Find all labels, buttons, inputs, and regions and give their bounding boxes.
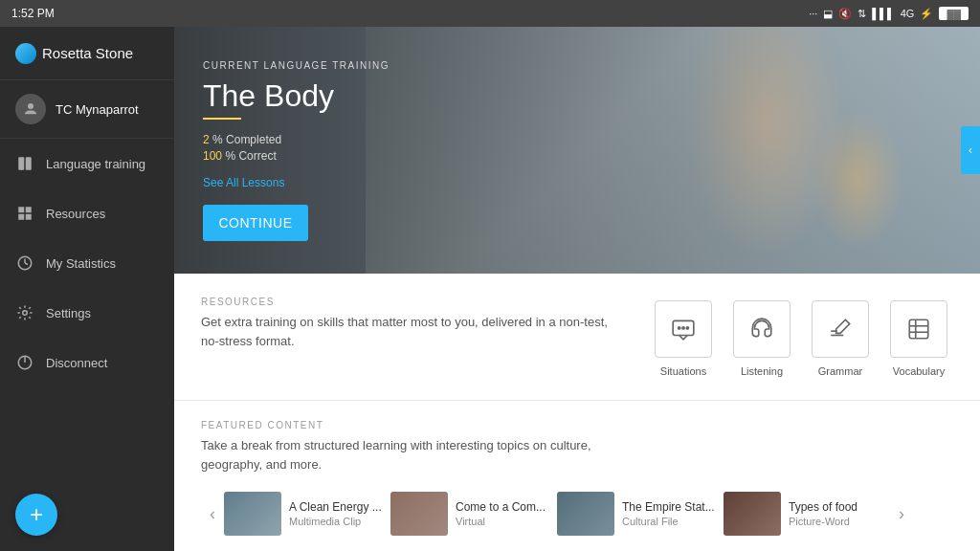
add-icon: +: [30, 501, 43, 528]
empire-state-thumbnail: [557, 492, 614, 536]
clean-energy-type: Multimedia Clip: [289, 516, 387, 527]
logo-icon: [15, 43, 36, 64]
status-bar: 1:52 PM ··· ⬓ 🔇 ⇅ ▌▌▌ 4G ⚡ ▓▓: [0, 0, 980, 27]
sidebar-label-my-statistics: My Statistics: [46, 256, 116, 271]
svg-point-0: [28, 103, 33, 109]
resources-description: Get extra training on skills that matter…: [201, 313, 612, 350]
grammar-icon-box: [812, 300, 869, 358]
featured-section-label: FEATURED CONTENT: [201, 420, 953, 430]
hero-section: CURRENT LANGUAGE TRAINING The Body 2 % C…: [174, 27, 980, 274]
featured-description: Take a break from structured learning wi…: [201, 436, 612, 474]
svg-point-8: [23, 311, 28, 316]
sidebar-item-my-statistics[interactable]: My Statistics: [0, 238, 174, 288]
continue-button[interactable]: Continue: [203, 205, 308, 241]
add-button[interactable]: +: [15, 494, 57, 536]
svg-rect-4: [26, 207, 32, 212]
sidebar-label-settings: Settings: [46, 306, 91, 320]
grid-icon: [15, 204, 34, 223]
collapse-panel-tab[interactable]: ‹: [961, 126, 980, 174]
featured-card-types-food[interactable]: Types of food Picture-Word: [724, 492, 886, 536]
lightning-icon: ⚡: [920, 8, 933, 20]
clean-energy-thumbnail: [224, 492, 281, 536]
sidebar: Rosetta Stone TC Mynaparrot Language tra…: [0, 27, 174, 551]
sidebar-item-disconnect[interactable]: Disconnect: [0, 338, 174, 387]
come-to-com-thumbnail: [390, 492, 448, 536]
correct-label: % Correct: [225, 149, 276, 163]
power-icon: [15, 353, 34, 372]
clean-energy-title: A Clean Energy ...: [289, 500, 387, 516]
situations-icon-box: [655, 300, 712, 358]
resource-card-vocabulary[interactable]: Vocabulary: [884, 300, 953, 377]
featured-next-button[interactable]: ›: [890, 485, 913, 542]
svg-rect-2: [26, 157, 32, 170]
featured-card-empire-state[interactable]: The Empire Stat... Cultural File: [557, 492, 720, 536]
come-to-com-info: Come to a Com... Virtual: [456, 500, 553, 527]
sidebar-item-resources[interactable]: Resources: [0, 188, 174, 238]
hero-title: The Body: [203, 78, 390, 114]
vocabulary-label: Vocabulary: [893, 365, 945, 377]
correct-stat: 100 % Correct: [203, 149, 390, 163]
logo-text: Rosetta Stone: [42, 45, 133, 61]
svg-rect-3: [18, 207, 24, 212]
situations-label: Situations: [660, 365, 706, 377]
app-container: Rosetta Stone TC Mynaparrot Language tra…: [0, 27, 980, 551]
resource-card-listening[interactable]: Listening: [727, 300, 796, 377]
svg-point-13: [682, 327, 684, 329]
featured-card-clean-energy[interactable]: A Clean Energy ... Multimedia Clip: [224, 492, 387, 536]
battery-icon: ▓▓: [939, 7, 969, 20]
time-display: 1:52 PM: [11, 7, 55, 20]
correct-percent: 100: [203, 149, 222, 163]
featured-card-come-to-com[interactable]: Come to a Com... Virtual: [390, 492, 553, 536]
svg-rect-5: [18, 214, 24, 220]
resource-card-grammar[interactable]: Grammar: [806, 300, 875, 377]
bluetooth-icon: ⬓: [823, 8, 833, 20]
logo-area: Rosetta Stone: [0, 27, 174, 80]
completed-stat: 2 % Completed: [203, 133, 390, 146]
sidebar-label-disconnect: Disconnect: [46, 356, 107, 370]
chevron-left-icon: ‹: [969, 143, 972, 157]
bars-icon: ▌▌▌: [872, 8, 894, 19]
chart-icon: [15, 253, 34, 273]
sidebar-label-resources: Resources: [46, 207, 105, 221]
sidebar-item-settings[interactable]: Settings: [0, 288, 174, 338]
mute-icon: 🔇: [838, 8, 852, 20]
completed-percent: 2: [203, 133, 210, 146]
types-food-thumbnail: [724, 492, 781, 536]
svg-point-14: [686, 327, 688, 329]
types-food-title: Types of food: [789, 500, 886, 516]
listening-label: Listening: [741, 365, 783, 377]
resources-row: RESOURCES Get extra training on skills t…: [201, 297, 953, 377]
gear-icon: [15, 303, 34, 322]
empire-state-info: The Empire Stat... Cultural File: [622, 500, 720, 527]
user-section[interactable]: TC Mynaparrot: [0, 80, 174, 139]
svg-point-12: [679, 327, 680, 329]
4g-label: 4G: [901, 8, 915, 19]
featured-section: FEATURED CONTENT Take a break from struc…: [174, 401, 980, 551]
main-content: CURRENT LANGUAGE TRAINING The Body 2 % C…: [174, 27, 980, 551]
hero-divider: [203, 118, 241, 120]
nav-items: Language training Resources My Statistic…: [0, 139, 174, 494]
signal-icon: ⇅: [858, 8, 866, 20]
featured-items: ‹ A Clean Energy ... Multimedia Clip: [201, 485, 953, 542]
sidebar-label-language-training: Language training: [46, 157, 145, 171]
come-to-com-type: Virtual: [456, 516, 553, 527]
avatar: [15, 94, 46, 124]
featured-prev-button[interactable]: ‹: [201, 485, 224, 542]
status-time: 1:52 PM: [11, 7, 55, 20]
svg-rect-1: [18, 157, 24, 170]
sidebar-item-language-training[interactable]: Language training: [0, 139, 174, 188]
completed-label: % Completed: [212, 133, 281, 146]
username: TC Mynaparrot: [56, 102, 139, 117]
hero-content: CURRENT LANGUAGE TRAINING The Body 2 % C…: [174, 27, 418, 274]
see-all-lessons-link[interactable]: See All Lessons: [203, 176, 390, 189]
come-to-com-title: Come to a Com...: [456, 500, 553, 516]
svg-rect-17: [909, 320, 928, 339]
svg-rect-6: [26, 214, 32, 220]
hero-section-label: CURRENT LANGUAGE TRAINING: [203, 60, 390, 71]
types-food-info: Types of food Picture-Word: [789, 500, 886, 527]
logo: Rosetta Stone: [15, 43, 133, 64]
empire-state-type: Cultural File: [622, 516, 720, 527]
types-food-type: Picture-Word: [789, 516, 886, 527]
resource-card-situations[interactable]: Situations: [649, 300, 718, 377]
vocabulary-icon-box: [890, 300, 947, 358]
